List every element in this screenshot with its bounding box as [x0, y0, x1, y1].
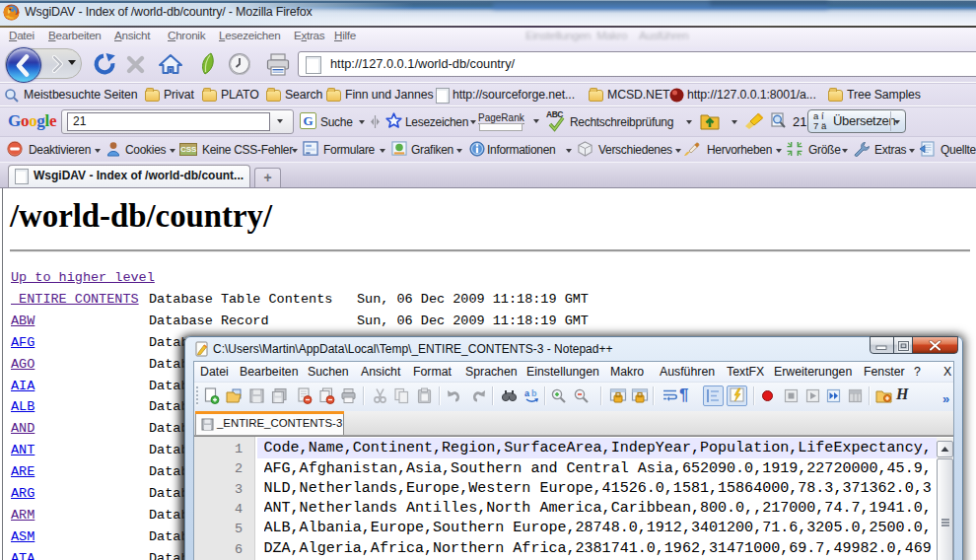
svg-text:a: a: [524, 388, 530, 398]
svg-text:b: b: [531, 388, 537, 398]
